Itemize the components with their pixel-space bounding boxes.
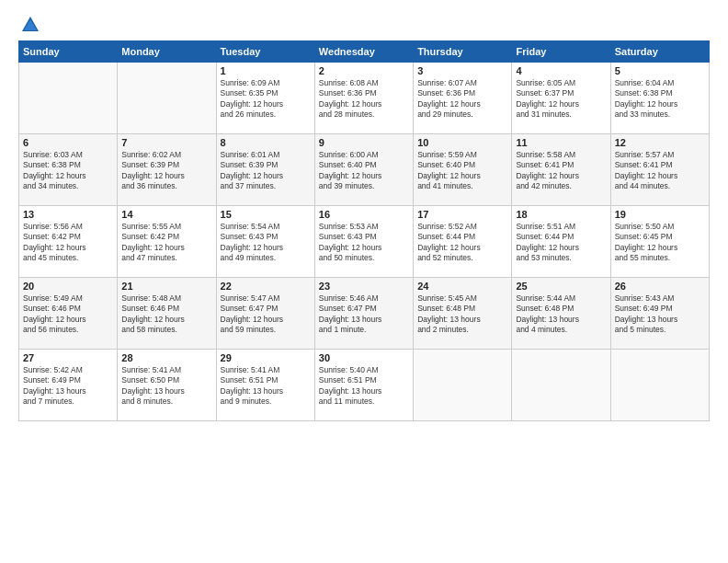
day-info: Sunrise: 5:56 AM Sunset: 6:42 PM Dayligh… (23, 222, 113, 264)
day-cell: 21Sunrise: 5:48 AM Sunset: 6:46 PM Dayli… (118, 278, 216, 350)
day-cell: 19Sunrise: 5:50 AM Sunset: 6:45 PM Dayli… (610, 206, 709, 278)
day-number: 18 (516, 209, 606, 220)
day-number: 10 (417, 137, 507, 148)
col-header-thursday: Thursday (414, 41, 512, 63)
col-header-sunday: Sunday (19, 41, 118, 63)
day-cell: 7Sunrise: 6:02 AM Sunset: 6:39 PM Daylig… (118, 134, 216, 206)
day-info: Sunrise: 5:54 AM Sunset: 6:43 PM Dayligh… (221, 222, 311, 264)
day-cell: 10Sunrise: 5:59 AM Sunset: 6:40 PM Dayli… (414, 134, 512, 206)
week-row-2: 6Sunrise: 6:03 AM Sunset: 6:38 PM Daylig… (19, 134, 710, 206)
day-info: Sunrise: 6:08 AM Sunset: 6:36 PM Dayligh… (319, 78, 409, 121)
calendar-table: SundayMondayTuesdayWednesdayThursdayFrid… (18, 40, 710, 421)
day-info: Sunrise: 5:53 AM Sunset: 6:43 PM Dayligh… (319, 222, 409, 264)
day-cell: 8Sunrise: 6:01 AM Sunset: 6:39 PM Daylig… (216, 134, 314, 206)
col-header-saturday: Saturday (610, 41, 709, 63)
col-header-friday: Friday (512, 41, 610, 63)
day-cell: 27Sunrise: 5:42 AM Sunset: 6:49 PM Dayli… (19, 350, 118, 421)
day-number: 9 (319, 137, 409, 148)
day-number: 21 (121, 281, 211, 292)
day-info: Sunrise: 5:40 AM Sunset: 6:51 PM Dayligh… (319, 365, 409, 408)
day-cell: 13Sunrise: 5:56 AM Sunset: 6:42 PM Dayli… (19, 206, 118, 278)
day-info: Sunrise: 6:07 AM Sunset: 6:36 PM Dayligh… (417, 78, 507, 121)
day-cell: 24Sunrise: 5:45 AM Sunset: 6:48 PM Dayli… (414, 278, 512, 350)
col-header-monday: Monday (118, 41, 216, 63)
day-cell: 18Sunrise: 5:51 AM Sunset: 6:44 PM Dayli… (512, 206, 610, 278)
day-cell (19, 63, 118, 134)
day-number: 7 (121, 137, 211, 148)
header-row: SundayMondayTuesdayWednesdayThursdayFrid… (19, 41, 710, 63)
day-number: 28 (121, 352, 211, 363)
day-number: 5 (615, 65, 705, 76)
day-number: 1 (221, 65, 311, 76)
day-info: Sunrise: 5:42 AM Sunset: 6:49 PM Dayligh… (23, 365, 113, 408)
day-cell: 25Sunrise: 5:44 AM Sunset: 6:48 PM Dayli… (512, 278, 610, 350)
day-info: Sunrise: 5:57 AM Sunset: 6:41 PM Dayligh… (615, 150, 705, 192)
day-cell: 5Sunrise: 6:04 AM Sunset: 6:38 PM Daylig… (610, 63, 709, 134)
day-number: 16 (319, 209, 409, 220)
day-number: 17 (417, 209, 507, 220)
week-row-5: 27Sunrise: 5:42 AM Sunset: 6:49 PM Dayli… (19, 350, 710, 421)
day-info: Sunrise: 6:09 AM Sunset: 6:35 PM Dayligh… (221, 78, 311, 121)
day-cell: 14Sunrise: 5:55 AM Sunset: 6:42 PM Dayli… (118, 206, 216, 278)
day-info: Sunrise: 5:47 AM Sunset: 6:47 PM Dayligh… (221, 293, 311, 336)
day-number: 23 (319, 281, 409, 292)
day-number: 20 (23, 281, 113, 292)
day-cell: 20Sunrise: 5:49 AM Sunset: 6:46 PM Dayli… (19, 278, 118, 350)
day-number: 19 (615, 209, 705, 220)
week-row-4: 20Sunrise: 5:49 AM Sunset: 6:46 PM Dayli… (19, 278, 710, 350)
day-cell: 23Sunrise: 5:46 AM Sunset: 6:47 PM Dayli… (314, 278, 413, 350)
day-info: Sunrise: 5:41 AM Sunset: 6:50 PM Dayligh… (121, 365, 211, 408)
day-number: 13 (23, 209, 113, 220)
day-info: Sunrise: 6:00 AM Sunset: 6:40 PM Dayligh… (319, 150, 409, 192)
day-cell: 1Sunrise: 6:09 AM Sunset: 6:35 PM Daylig… (216, 63, 314, 134)
day-cell (414, 350, 512, 421)
day-number: 3 (417, 65, 507, 76)
day-cell: 9Sunrise: 6:00 AM Sunset: 6:40 PM Daylig… (314, 134, 413, 206)
week-row-1: 1Sunrise: 6:09 AM Sunset: 6:35 PM Daylig… (19, 63, 710, 134)
day-info: Sunrise: 6:04 AM Sunset: 6:38 PM Dayligh… (615, 78, 705, 121)
day-cell: 26Sunrise: 5:43 AM Sunset: 6:49 PM Dayli… (610, 278, 709, 350)
day-number: 30 (319, 352, 409, 363)
logo-icon (20, 15, 40, 35)
day-info: Sunrise: 6:03 AM Sunset: 6:38 PM Dayligh… (23, 150, 113, 192)
day-cell: 6Sunrise: 6:03 AM Sunset: 6:38 PM Daylig… (19, 134, 118, 206)
day-cell (512, 350, 610, 421)
day-cell: 22Sunrise: 5:47 AM Sunset: 6:47 PM Dayli… (216, 278, 314, 350)
day-number: 22 (221, 281, 311, 292)
day-info: Sunrise: 5:52 AM Sunset: 6:44 PM Dayligh… (417, 222, 507, 264)
day-cell (118, 63, 216, 134)
day-cell: 3Sunrise: 6:07 AM Sunset: 6:36 PM Daylig… (414, 63, 512, 134)
day-cell: 12Sunrise: 5:57 AM Sunset: 6:41 PM Dayli… (610, 134, 709, 206)
day-number: 29 (221, 352, 311, 363)
day-info: Sunrise: 5:41 AM Sunset: 6:51 PM Dayligh… (221, 365, 311, 408)
logo (18, 15, 40, 31)
day-number: 4 (516, 65, 606, 76)
col-header-tuesday: Tuesday (216, 41, 314, 63)
day-number: 2 (319, 65, 409, 76)
day-cell: 30Sunrise: 5:40 AM Sunset: 6:51 PM Dayli… (314, 350, 413, 421)
day-info: Sunrise: 5:45 AM Sunset: 6:48 PM Dayligh… (417, 293, 507, 336)
day-cell: 2Sunrise: 6:08 AM Sunset: 6:36 PM Daylig… (314, 63, 413, 134)
day-info: Sunrise: 5:59 AM Sunset: 6:40 PM Dayligh… (417, 150, 507, 192)
day-info: Sunrise: 5:58 AM Sunset: 6:41 PM Dayligh… (516, 150, 606, 192)
day-cell: 4Sunrise: 6:05 AM Sunset: 6:37 PM Daylig… (512, 63, 610, 134)
page: SundayMondayTuesdayWednesdayThursdayFrid… (0, 0, 728, 563)
day-number: 11 (516, 137, 606, 148)
day-number: 25 (516, 281, 606, 292)
day-info: Sunrise: 5:46 AM Sunset: 6:47 PM Dayligh… (319, 293, 409, 336)
day-info: Sunrise: 6:05 AM Sunset: 6:37 PM Dayligh… (516, 78, 606, 121)
col-header-wednesday: Wednesday (314, 41, 413, 63)
day-info: Sunrise: 5:43 AM Sunset: 6:49 PM Dayligh… (615, 293, 705, 336)
day-info: Sunrise: 6:01 AM Sunset: 6:39 PM Dayligh… (221, 150, 311, 192)
day-cell: 29Sunrise: 5:41 AM Sunset: 6:51 PM Dayli… (216, 350, 314, 421)
day-number: 14 (121, 209, 211, 220)
day-number: 6 (23, 137, 113, 148)
day-number: 26 (615, 281, 705, 292)
day-cell: 11Sunrise: 5:58 AM Sunset: 6:41 PM Dayli… (512, 134, 610, 206)
day-info: Sunrise: 5:44 AM Sunset: 6:48 PM Dayligh… (516, 293, 606, 336)
day-info: Sunrise: 5:50 AM Sunset: 6:45 PM Dayligh… (615, 222, 705, 264)
day-info: Sunrise: 5:51 AM Sunset: 6:44 PM Dayligh… (516, 222, 606, 264)
day-info: Sunrise: 5:55 AM Sunset: 6:42 PM Dayligh… (121, 222, 211, 264)
day-info: Sunrise: 5:49 AM Sunset: 6:46 PM Dayligh… (23, 293, 113, 336)
day-info: Sunrise: 5:48 AM Sunset: 6:46 PM Dayligh… (121, 293, 211, 336)
